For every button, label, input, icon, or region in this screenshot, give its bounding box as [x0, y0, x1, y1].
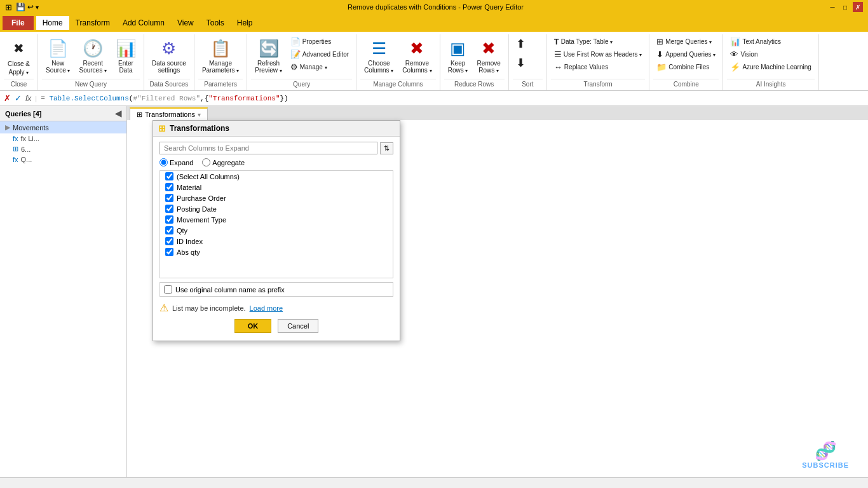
new-source-label: NewSource ▾	[46, 60, 70, 74]
tab-transformations-label: Transformations	[145, 111, 195, 118]
column-label-7: Abs qty	[177, 248, 200, 256]
column-label-3: Posting Date	[177, 205, 217, 213]
column-item-6[interactable]: ID Index	[160, 236, 393, 247]
sidebar-query-row-1[interactable]: fx fx Li...	[0, 133, 126, 144]
aggregate-radio-label: Aggregate	[212, 159, 245, 166]
expand-dialog-title: Transformations	[170, 124, 229, 133]
column-checkbox-3[interactable]	[165, 205, 173, 213]
replace-values-button[interactable]: ↔ Replace Values	[551, 61, 645, 73]
append-queries-button[interactable]: ⬇ Append Queries ▾	[653, 48, 719, 60]
load-more-link[interactable]: Load more	[250, 304, 283, 312]
text-analytics-button[interactable]: 📊 Text Analytics	[727, 36, 814, 48]
new-source-button[interactable]: 📄 NewSource ▾	[42, 36, 74, 76]
home-menu[interactable]: Home	[36, 16, 69, 30]
close-apply-icon: ✖	[9, 38, 29, 58]
formula-check-icon[interactable]: ✓	[15, 93, 22, 103]
choose-columns-button[interactable]: ☰ ChooseColumns ▾	[360, 36, 397, 76]
remove-columns-icon: ✖	[407, 38, 427, 58]
prefix-label: Use original column name as prefix	[175, 286, 285, 294]
close-apply-button[interactable]: ✖ Close &Apply ▾	[4, 36, 34, 79]
enter-data-button[interactable]: 📊 EnterData	[112, 36, 140, 76]
aggregate-radio-input[interactable]	[202, 158, 210, 166]
close-window-button[interactable]: ✗	[853, 2, 863, 12]
column-label-2: Purchase Order	[177, 194, 226, 202]
vision-button[interactable]: 👁 Vision	[727, 48, 814, 60]
sidebar-header: Queries [4] ◀	[0, 106, 126, 121]
column-list: (Select All Columns) Material Purchase O…	[159, 170, 393, 278]
formula-expression: = Table.SelectColumns(#"Filtered Rows",{…	[41, 95, 288, 102]
column-checkbox-0[interactable]	[165, 172, 173, 180]
recent-sources-button[interactable]: 🕐 RecentSources ▾	[75, 36, 110, 76]
sort-asc-button[interactable]: ⬆	[513, 36, 529, 52]
column-item-3[interactable]: Posting Date	[160, 203, 393, 214]
minimize-button[interactable]: ─	[827, 2, 837, 12]
add-column-menu[interactable]: Add Column	[116, 16, 171, 30]
column-item-1[interactable]: Material	[160, 182, 393, 193]
column-item-0[interactable]: (Select All Columns)	[160, 171, 393, 182]
manage-parameters-button[interactable]: 📋 ManageParameters ▾	[198, 36, 243, 76]
transformations-tab[interactable]: ⊞ Transformations ▾	[130, 107, 208, 120]
expand-radio-option[interactable]: Expand	[159, 158, 193, 166]
column-checkbox-2[interactable]	[165, 194, 173, 202]
keep-rows-button[interactable]: ▣ KeepRows ▾	[444, 36, 472, 76]
manage-button[interactable]: ⚙ Manage ▾	[287, 61, 352, 73]
column-item-5[interactable]: Qty	[160, 225, 393, 236]
advanced-editor-button[interactable]: 📝 Advanced Editor	[287, 48, 352, 60]
combine-files-label: Combine Files	[668, 64, 709, 71]
combine-files-icon: 📁	[656, 62, 667, 72]
view-menu[interactable]: View	[171, 16, 200, 30]
azure-ml-button[interactable]: ⚡ Azure Machine Learning	[727, 61, 814, 73]
combine-files-button[interactable]: 📁 Combine Files	[653, 61, 719, 73]
refresh-preview-button[interactable]: 🔄 RefreshPreview ▾	[251, 36, 285, 76]
use-first-row-icon: ☰	[554, 50, 562, 59]
sidebar-query-row-2[interactable]: ⊞ 6...	[0, 144, 126, 154]
data-source-settings-button[interactable]: ⚙ Data sourcesettings	[148, 36, 190, 76]
aggregate-radio-option[interactable]: Aggregate	[202, 158, 245, 166]
query-small-buttons: 📄 Properties 📝 Advanced Editor ⚙ Manage …	[287, 36, 352, 73]
column-checkbox-5[interactable]	[165, 226, 173, 234]
remove-columns-button[interactable]: ✖ RemoveColumns ▾	[398, 36, 435, 76]
cancel-button[interactable]: Cancel	[278, 319, 318, 333]
sidebar-collapse-button[interactable]: ◀	[115, 109, 121, 118]
use-first-row-button[interactable]: ☰ Use First Row as Headers ▾	[551, 48, 645, 60]
help-menu[interactable]: Help	[231, 16, 259, 30]
ok-button[interactable]: OK	[234, 319, 272, 333]
column-item-7[interactable]: Abs qty	[160, 247, 393, 257]
new-query-group-label: New Query	[42, 79, 140, 89]
ribbon-group-manage-columns: ☰ ChooseColumns ▾ ✖ RemoveColumns ▾ Mana…	[356, 34, 440, 90]
transform-menu[interactable]: Transform	[69, 16, 116, 30]
expand-radio-input[interactable]	[159, 158, 168, 166]
ribbon-group-reduce-rows: ▣ KeepRows ▾ ✖ RemoveRows ▾ Reduce Rows	[440, 34, 509, 90]
column-item-4[interactable]: Movement Type	[160, 214, 393, 225]
remove-rows-button[interactable]: ✖ RemoveRows ▾	[473, 36, 505, 76]
use-first-row-label: Use First Row as Headers ▾	[564, 51, 642, 58]
column-checkbox-6[interactable]	[165, 237, 173, 245]
search-columns-input[interactable]	[159, 142, 377, 154]
sidebar-item-movements[interactable]: ▶ Movements	[0, 121, 126, 133]
prefix-checkbox[interactable]	[164, 285, 172, 294]
maximize-button[interactable]: □	[840, 2, 850, 12]
formula-cross-icon[interactable]: ✗	[4, 93, 11, 103]
sort-columns-button[interactable]: ⇅	[380, 142, 393, 154]
quick-save-icon[interactable]: 💾	[16, 3, 25, 11]
file-menu[interactable]: File	[3, 16, 34, 30]
sort-desc-button[interactable]: ⬇	[513, 55, 529, 71]
recent-sources-label: RecentSources ▾	[79, 60, 106, 74]
text-analytics-label: Text Analytics	[742, 38, 781, 45]
tools-menu[interactable]: Tools	[200, 16, 231, 30]
prefix-row[interactable]: Use original column name as prefix	[159, 282, 393, 297]
data-source-settings-label: Data sourcesettings	[152, 60, 186, 74]
merge-queries-button[interactable]: ⊞ Merge Queries ▾	[653, 36, 719, 48]
column-checkbox-1[interactable]	[165, 183, 173, 191]
combine-group-label: Combine	[653, 79, 719, 89]
quick-undo-icon[interactable]: ↩	[27, 3, 34, 11]
data-type-button[interactable]: T Data Type: Table ▾	[551, 36, 645, 48]
ai-small-buttons: 📊 Text Analytics 👁 Vision ⚡ Azure Machin…	[727, 36, 814, 73]
formula-param1: #"Filtered Rows"	[133, 95, 200, 102]
sidebar-query-row-3[interactable]: fx Q...	[0, 154, 126, 165]
quick-dropdown-icon[interactable]: ▾	[36, 4, 39, 11]
column-checkbox-7[interactable]	[165, 248, 173, 256]
column-checkbox-4[interactable]	[165, 215, 173, 224]
column-item-2[interactable]: Purchase Order	[160, 193, 393, 203]
properties-button[interactable]: 📄 Properties	[287, 36, 352, 48]
